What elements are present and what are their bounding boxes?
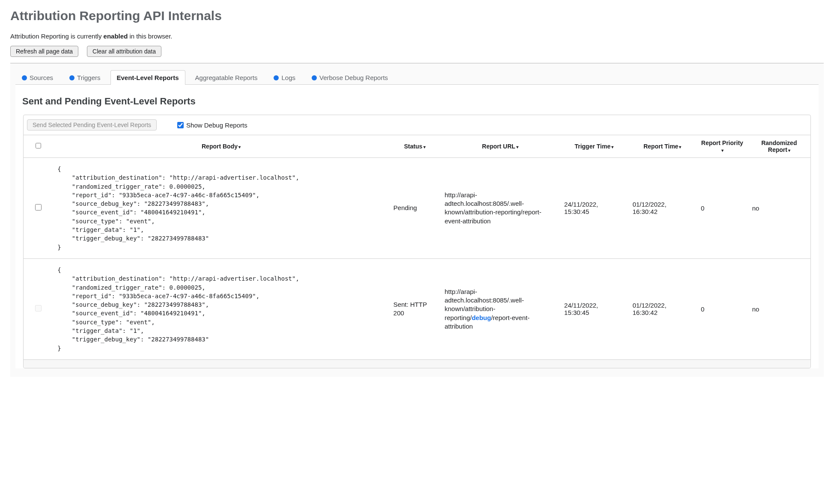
table-controls: Send Selected Pending Event-Level Report…	[24, 115, 810, 135]
sort-arrow-icon: ▾	[679, 145, 681, 149]
report-body-json: { "attribution_destination": "http://ara…	[57, 266, 385, 353]
cell-url: http://arapi-adtech.localhost:8085/.well…	[441, 258, 560, 359]
tab-label: Aggregatable Reports	[195, 74, 258, 81]
cell-status: Pending	[389, 158, 441, 259]
header-status[interactable]: Status▾	[389, 135, 441, 158]
row-checkbox-cell	[24, 158, 53, 259]
cell-report-time: 01/12/2022, 16:30:42	[628, 258, 697, 359]
cell-trigger-time: 24/11/2022, 15:30:45	[560, 158, 628, 259]
row-checkbox	[35, 305, 42, 311]
sort-arrow-icon: ▾	[788, 148, 790, 153]
section-heading: Sent and Pending Event-Level Reports	[21, 96, 813, 107]
tab-label: Logs	[281, 74, 295, 81]
cell-report-body: { "attribution_destination": "http://ara…	[53, 158, 389, 259]
row-checkbox[interactable]	[35, 204, 42, 210]
tab-dot-icon	[69, 75, 74, 80]
table-row: { "attribution_destination": "http://ara…	[24, 158, 810, 259]
show-debug-label[interactable]: Show Debug Reports	[177, 122, 247, 129]
tab-triggers[interactable]: Triggers	[63, 70, 107, 85]
cell-report-body: { "attribution_destination": "http://ara…	[53, 258, 389, 359]
tab-dot-icon	[22, 75, 27, 80]
cell-priority: 0	[697, 158, 748, 259]
clear-button[interactable]: Clear all attribution data	[87, 46, 161, 57]
tab-label: Event-Level Reports	[117, 74, 179, 81]
status-prefix: Attribution Reporting is currently	[10, 33, 104, 40]
sort-arrow-icon: ▾	[516, 145, 518, 149]
tab-label: Verbose Debug Reports	[319, 74, 388, 81]
cell-priority: 0	[697, 258, 748, 359]
status-suffix: in this browser.	[128, 33, 172, 40]
cell-trigger-time: 24/11/2022, 15:30:45	[560, 258, 628, 359]
status-state: enabled	[104, 33, 128, 40]
active-pane: Sent and Pending Event-Level Reports Sen…	[15, 85, 819, 368]
tab-sources[interactable]: Sources	[15, 70, 60, 85]
sort-arrow-icon: ▾	[721, 148, 724, 153]
tab-event-level-reports[interactable]: Event-Level Reports	[110, 70, 185, 85]
tab-label: Triggers	[77, 74, 100, 81]
cell-report-time: 01/12/2022, 16:30:42	[628, 158, 697, 259]
sort-arrow-icon: ▾	[611, 145, 614, 149]
tab-label: Sources	[30, 74, 53, 81]
table-row: { "attribution_destination": "http://ara…	[24, 258, 810, 359]
report-body-json: { "attribution_destination": "http://ara…	[57, 165, 385, 252]
header-checkbox-cell	[24, 135, 53, 158]
tab-dot-icon	[274, 75, 279, 80]
row-checkbox-cell	[24, 258, 53, 359]
tab-verbose-debug-reports[interactable]: Verbose Debug Reports	[305, 70, 394, 85]
url-highlight: debug	[472, 314, 491, 321]
sort-arrow-icon: ▾	[238, 145, 241, 149]
tab-dot-icon	[312, 75, 317, 80]
show-debug-text: Show Debug Reports	[186, 122, 247, 129]
select-all-checkbox[interactable]	[36, 143, 41, 148]
header-report-time[interactable]: Report Time▾	[628, 135, 697, 158]
cell-status: Sent: HTTP 200	[389, 258, 441, 359]
table-header-row: Report Body▾ Status▾ Report URL▾ Trigger…	[24, 135, 810, 158]
page-title: Attribution Reporting API Internals	[10, 9, 824, 23]
header-priority[interactable]: Report Priority▾	[697, 135, 748, 158]
table-footer	[24, 359, 810, 368]
refresh-button[interactable]: Refresh all page data	[10, 46, 78, 57]
header-randomized[interactable]: Randomized Report▾	[748, 135, 810, 158]
reports-table-container: Send Selected Pending Event-Level Report…	[23, 115, 811, 368]
reports-table: Report Body▾ Status▾ Report URL▾ Trigger…	[24, 135, 810, 359]
cell-url: http://arapi-adtech.localhost:8085/.well…	[441, 158, 560, 259]
status-line: Attribution Reporting is currently enabl…	[10, 33, 824, 40]
header-trigger-time[interactable]: Trigger Time▾	[560, 135, 628, 158]
cell-randomized: no	[748, 258, 810, 359]
header-body[interactable]: Report Body▾	[53, 135, 389, 158]
tab-logs[interactable]: Logs	[267, 70, 302, 85]
tabs-bar: SourcesTriggersEvent-Level ReportsAggreg…	[15, 64, 819, 85]
tab-aggregatable-reports[interactable]: Aggregatable Reports	[189, 70, 264, 85]
send-selected-button[interactable]: Send Selected Pending Event-Level Report…	[27, 119, 157, 130]
header-url[interactable]: Report URL▾	[441, 135, 560, 158]
top-button-row: Refresh all page data Clear all attribut…	[10, 46, 824, 57]
tab-panel: SourcesTriggersEvent-Level ReportsAggreg…	[10, 63, 824, 377]
url-before: http://arapi-adtech.localhost:8085/.well…	[445, 191, 542, 225]
sort-arrow-icon: ▾	[423, 145, 426, 149]
show-debug-checkbox[interactable]	[177, 122, 184, 128]
cell-randomized: no	[748, 158, 810, 259]
